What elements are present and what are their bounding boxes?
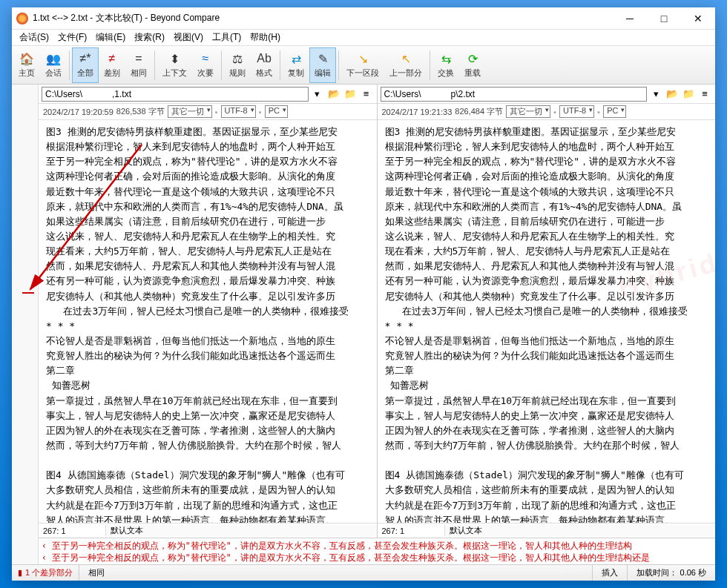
menu-help[interactable]: 帮助(H)	[246, 30, 285, 45]
copy-icon: ⇄	[289, 51, 303, 66]
next-diff-button[interactable]: ↘下一区段	[341, 47, 384, 83]
diff-detail-strip: ‹ 至于另一种完全相反的观点，称为"替代理论"，讲的是双方水火不容，互有反感，甚…	[39, 538, 715, 564]
arrow-up-icon: ↖	[398, 51, 413, 66]
menu-icon[interactable]: ≡	[359, 87, 374, 102]
reload-button[interactable]: ⟳重载	[459, 47, 486, 83]
window-title: 1.txt <--> 2.txt - 文本比较(T) - Beyond Comp…	[33, 12, 613, 24]
diff-line-2: ‹ 至于另一种完全相反的观点，称为"替代理论"，讲的是双方水火不容，互有反感，甚…	[42, 552, 712, 564]
diff-line-1: ‹ 至于另一种完全相反的观点，称为"替代理论"，讲的是双方水火不容，互有反感，甚…	[42, 540, 712, 552]
rules-icon: ⚖	[230, 51, 245, 66]
menu-view[interactable]: 视图(V)	[169, 30, 208, 45]
home-icon: 🏠	[19, 51, 34, 66]
edit-icon: ✎	[315, 51, 330, 66]
reload-icon: ⟳	[465, 51, 480, 66]
menu-session[interactable]: 会话(S)	[15, 30, 53, 45]
statusbar: ▮1 个差异部分 相同 插入 加载时间： 0.06 秒	[12, 564, 715, 581]
right-pane: ▾ 📂 📁 ≡ 2024/2/17 19:21:33 826,484 字节 其它…	[378, 85, 716, 538]
status-loadtime: 加载时间： 0.06 秒	[627, 565, 715, 581]
app-window: 1.txt <--> 2.txt - 文本比较(T) - Beyond Comp…	[12, 7, 715, 581]
menu-search[interactable]: 搜索(R)	[130, 30, 169, 45]
status-same: 相同	[79, 565, 592, 581]
left-position: 267: 1	[39, 526, 105, 535]
edit-button[interactable]: ✎编辑	[309, 47, 336, 83]
swap-icon: ⇆	[438, 51, 453, 66]
left-size: 826,538 字节	[116, 106, 165, 117]
equal-icon: =	[131, 51, 146, 66]
diff-icon: ≠	[105, 51, 119, 66]
right-mode: 默认文本	[444, 525, 716, 536]
thumbnail-gutter[interactable]	[12, 85, 39, 564]
menu-edit[interactable]: 编辑(E)	[91, 30, 130, 45]
menu-tools[interactable]: 工具(T)	[208, 30, 246, 45]
dropdown-icon[interactable]: ▾	[310, 87, 325, 102]
menu-file[interactable]: 文件(F)	[53, 30, 91, 45]
right-side-select[interactable]: PC	[603, 105, 626, 118]
left-other-select[interactable]: 其它一切	[168, 105, 212, 118]
prev-part-button[interactable]: ↖上一部分	[384, 47, 427, 83]
app-icon	[16, 13, 28, 24]
minimize-button[interactable]: ─	[613, 7, 647, 30]
swap-button[interactable]: ⇆交换	[432, 47, 459, 83]
open-icon[interactable]: 📁	[343, 87, 358, 102]
rules-button[interactable]: ⚖规则	[224, 47, 251, 83]
right-encoding-select[interactable]: UTF-8	[559, 105, 594, 118]
close-button[interactable]: ✕	[681, 7, 715, 30]
right-date: 2024/2/17 19:21:33	[382, 108, 453, 116]
context-icon: ⬍	[168, 51, 182, 66]
session-icon: 👥	[46, 51, 61, 66]
browse-icon[interactable]: 📂	[665, 87, 680, 102]
dropdown-icon[interactable]: ▾	[648, 87, 663, 102]
diff-button[interactable]: ≠差别	[99, 47, 125, 83]
minor-icon: ≈	[198, 51, 213, 66]
minor-button[interactable]: ≈次要	[192, 47, 219, 83]
maximize-button[interactable]: □	[647, 7, 681, 30]
left-text-body[interactable]: 图3 推测的尼安德特男孩样貌重建图。基因证据显示，至少某些尼安 根据混种繁衍理论…	[39, 120, 377, 523]
titlebar[interactable]: 1.txt <--> 2.txt - 文本比较(T) - Beyond Comp…	[12, 7, 715, 30]
browse-icon[interactable]: 📂	[326, 87, 341, 102]
right-text-body[interactable]: 图3 推测的尼安德特男孩样貌重建图。基因证据显示，至少某些尼安 根据混种繁衍理论…	[378, 120, 716, 523]
not-equal-icon: ≠*	[78, 51, 93, 66]
context-button[interactable]: ⬍上下文	[157, 47, 192, 83]
right-size: 826,484 字节	[455, 106, 503, 117]
session-button[interactable]: 👥会话	[40, 47, 67, 83]
open-icon[interactable]: 📁	[681, 87, 696, 102]
menu-icon[interactable]: ≡	[697, 87, 712, 102]
right-position: 267: 1	[378, 526, 444, 535]
same-button[interactable]: =相同	[125, 47, 152, 83]
home-button[interactable]: 🏠主页	[13, 47, 40, 83]
right-path-input[interactable]	[381, 87, 648, 102]
toolbar: 🏠主页 👥会话 ≠*全部 ≠差别 =相同 ⬍上下文 ≈次要 ⚖规则 Ab格式 ⇄…	[12, 46, 715, 85]
arrow-down-icon: ↘	[355, 51, 370, 66]
copy-button[interactable]: ⇄复制	[283, 47, 309, 83]
format-icon: Ab	[257, 51, 272, 66]
left-date: 2024/2/17 19:20:59	[43, 108, 114, 116]
right-other-select[interactable]: 其它一切	[506, 105, 550, 118]
left-side-select[interactable]: PC	[265, 105, 288, 118]
left-path-input[interactable]	[42, 87, 309, 102]
left-mode: 默认文本	[105, 525, 377, 536]
left-pane: ▾ 📂 📁 ≡ 2024/2/17 19:20:59 826,538 字节 其它…	[39, 85, 378, 538]
diff-marker	[22, 292, 34, 294]
all-button[interactable]: ≠*全部	[72, 47, 99, 83]
status-diff-count: ▮1 个差异部分	[12, 567, 79, 578]
menubar: 会话(S) 文件(F) 编辑(E) 搜索(R) 视图(V) 工具(T) 帮助(H…	[12, 30, 715, 46]
format-button[interactable]: Ab格式	[251, 47, 277, 83]
status-insert: 插入	[592, 565, 627, 581]
left-encoding-select[interactable]: UTF-8	[221, 105, 256, 118]
